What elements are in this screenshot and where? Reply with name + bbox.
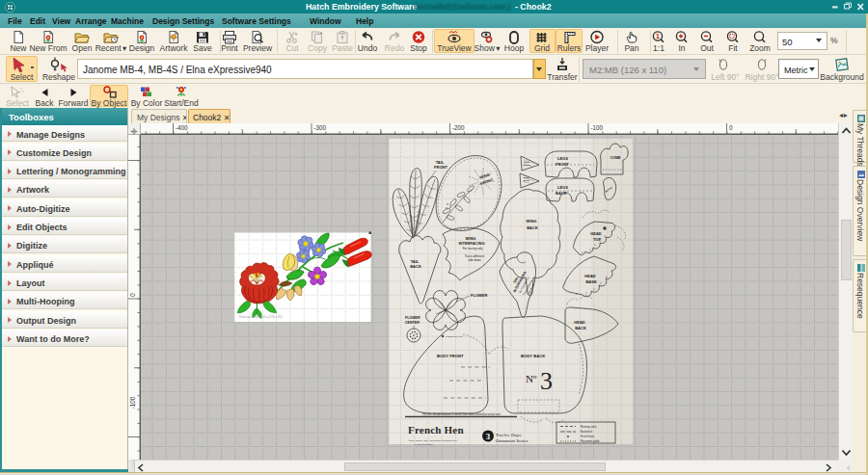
svg-text:-300: -300 xyxy=(314,124,327,131)
svg-text:BOW: BOW xyxy=(524,176,529,178)
svg-text:BACK: BACK xyxy=(524,179,530,181)
svg-text:HEAD: HEAD xyxy=(584,274,595,278)
svg-text:BODY BACK: BODY BACK xyxy=(521,354,545,358)
svg-text:-200: -200 xyxy=(452,124,465,131)
svg-text:-400: -400 xyxy=(176,124,188,131)
svg-text:©2014 Larisa Arbor / CommonPie: ©2014 Larisa Arbor / CommonPie.blogspot.… xyxy=(408,439,457,442)
svg-text:Running stitch: Running stitch xyxy=(581,425,597,429)
svg-text:FRONT: FRONT xyxy=(434,165,448,170)
svg-text:BACK: BACK xyxy=(527,225,538,230)
svg-text:❧ april seventeen: ❧ april seventeen xyxy=(415,443,434,446)
svg-text:Placement guide: Placement guide xyxy=(581,439,600,443)
svg-text:BASE: BASE xyxy=(585,279,596,284)
svg-text:TOP: TOP xyxy=(593,237,601,242)
svg-text:Ornament Series: Ornament Series xyxy=(496,438,529,443)
svg-text:FLOWER: FLOWER xyxy=(471,293,487,298)
svg-text:French knot: French knot xyxy=(581,435,594,438)
svg-text:French Hen: French Hen xyxy=(408,424,464,435)
svg-text:Nº: Nº xyxy=(526,373,537,384)
svg-text:HEAD: HEAD xyxy=(574,320,584,325)
svg-text:INTERFACING: INTERFACING xyxy=(458,241,484,246)
svg-text:FRONT: FRONT xyxy=(556,162,569,167)
svg-text:FLOWER: FLOWER xyxy=(405,316,420,320)
svg-text:3: 3 xyxy=(540,367,553,395)
svg-text:1: 1 xyxy=(656,33,660,40)
svg-text:LEGS: LEGS xyxy=(557,156,568,161)
svg-text:BOW: BOW xyxy=(524,161,529,163)
svg-text:-100: -100 xyxy=(129,396,136,409)
svg-text:FRONT: FRONT xyxy=(523,164,530,166)
svg-text:This line should measure 1 inc: This line should measure 1 inch/2.5cm wh… xyxy=(421,412,501,416)
svg-text:BACK: BACK xyxy=(556,191,567,196)
svg-text:-100: -100 xyxy=(591,124,604,131)
svg-text:BACK: BACK xyxy=(575,326,586,330)
svg-text:BACK: BACK xyxy=(410,264,421,269)
svg-text:Hedging (see text): Hedging (see text) xyxy=(446,335,463,337)
svg-text:CENTER: CENTER xyxy=(405,321,420,325)
svg-text:Kalocsai folklore 01a (126 x 9: Kalocsai folklore 01a (126 x 91) xyxy=(239,315,283,319)
svg-text:WING: WING xyxy=(527,219,537,224)
svg-text:Twelve Days: Twelve Days xyxy=(496,433,521,437)
svg-text:COMB: COMB xyxy=(610,156,621,160)
svg-text:For tracing only: For tracing only xyxy=(463,247,483,251)
svg-text:Backstitch: Backstitch xyxy=(581,430,592,434)
svg-text:LEGS: LEGS xyxy=(557,185,568,190)
svg-text:0: 0 xyxy=(129,293,136,297)
svg-text:3: 3 xyxy=(486,432,491,441)
svg-text:side down: side down xyxy=(468,258,481,262)
svg-text:BODY FRONT: BODY FRONT xyxy=(437,354,464,358)
svg-text:0: 0 xyxy=(729,124,733,131)
svg-text:HEAD: HEAD xyxy=(590,231,601,236)
